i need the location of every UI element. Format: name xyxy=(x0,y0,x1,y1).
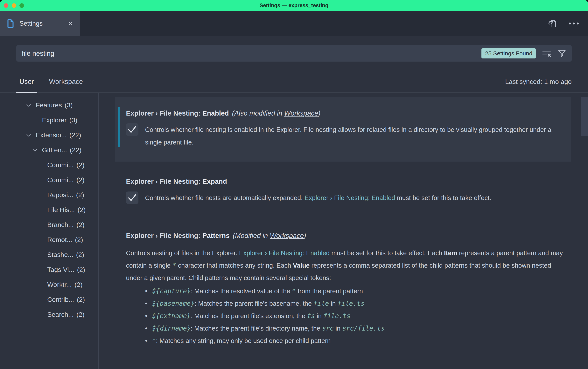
code-token: file.ts xyxy=(337,300,365,307)
code-token: file xyxy=(314,300,329,307)
toc-item-label: Extensio... xyxy=(36,131,67,139)
code-token: ${dirname} xyxy=(152,325,191,332)
tab-user[interactable]: User xyxy=(16,71,37,92)
toc-item-label: Commi... xyxy=(47,176,74,184)
toc-item-count: (2) xyxy=(76,251,84,259)
workspace-link[interactable]: Workspace xyxy=(284,109,318,117)
toc-item-count: (2) xyxy=(76,176,84,184)
close-tab-icon[interactable]: ✕ xyxy=(68,20,73,27)
text-segment: Controls whether file nesting is enabled… xyxy=(145,126,551,146)
pattern-token-bullet: ${dirname}: Matches the parent file's di… xyxy=(145,322,564,335)
toc-item-count: (2) xyxy=(76,161,84,169)
code-token: * xyxy=(172,262,176,269)
text-segment: must be set for this to take effect. Eac… xyxy=(330,249,444,257)
toc-item-count: (2) xyxy=(74,281,83,289)
search-query-text: file nesting xyxy=(16,50,482,57)
checkmark-icon xyxy=(126,191,138,204)
toc-item-label: Remot... xyxy=(47,236,72,244)
toc-item-label: Reposi... xyxy=(47,191,73,199)
workspace-link[interactable]: Workspace xyxy=(270,232,304,239)
toc-item[interactable]: Remot... (2) xyxy=(0,232,98,247)
toc-item-label: Explorer xyxy=(42,116,67,124)
toc-item-count: (2) xyxy=(77,296,85,303)
toc-item-label: Branch... xyxy=(47,221,74,229)
text-segment: : Matches the parent file's directory na… xyxy=(191,325,322,332)
traffic-lights xyxy=(4,3,24,8)
setting-checkbox[interactable] xyxy=(126,123,138,136)
setting-description: Controls whether file nests are automati… xyxy=(145,191,564,204)
more-actions-icon[interactable] xyxy=(568,22,579,25)
code-token: ts xyxy=(307,312,315,320)
filter-icon[interactable] xyxy=(558,49,566,58)
chevron-down-icon xyxy=(32,147,38,153)
toc-item[interactable]: Worktr... (2) xyxy=(0,277,98,292)
text-segment: : Matches the resolved value of the xyxy=(191,288,292,295)
toc-item-label: Stashe... xyxy=(47,251,73,259)
code-token: src/file.ts xyxy=(342,325,385,332)
toc-item-label: File His... xyxy=(47,206,75,214)
pattern-token-bullet: *: Matches any string, may only be used … xyxy=(145,335,564,347)
toc-item[interactable]: GitLen... (22) xyxy=(0,142,98,158)
settings-toc: Features (3) Explorer (3) Extensio... (2… xyxy=(0,93,99,369)
pattern-token-list: ${capture}: Matches the resolved value o… xyxy=(126,285,564,347)
checkmark-icon xyxy=(126,123,138,136)
toc-item[interactable]: Search... (2) xyxy=(0,307,98,322)
toc-item[interactable]: Branch... (2) xyxy=(0,217,98,232)
code-token: ${capture} xyxy=(152,287,191,295)
text-segment: in xyxy=(334,325,342,332)
search-row: file nesting 25 Settings Found xyxy=(0,36,588,71)
toc-item[interactable]: Extensio... (22) xyxy=(0,128,98,142)
clear-search-results-icon[interactable] xyxy=(542,50,551,57)
scrollbar-thumb[interactable] xyxy=(581,97,588,136)
open-settings-json-icon[interactable] xyxy=(547,18,558,29)
setting-link[interactable]: Explorer › File Nesting: Enabled xyxy=(239,249,330,257)
close-window-button[interactable] xyxy=(4,3,8,8)
toc-item-label: Search... xyxy=(47,311,74,318)
tab-strip: Settings ✕ xyxy=(0,11,588,36)
toc-item-count: (2) xyxy=(76,311,84,318)
settings-search-input[interactable]: file nesting 25 Settings Found xyxy=(16,45,572,61)
pattern-token-bullet: ${extname}: Matches the parent file's ex… xyxy=(145,310,564,322)
setting-link[interactable]: Explorer › File Nesting: Enabled xyxy=(304,194,395,201)
toc-item[interactable]: Commi... (2) xyxy=(0,158,98,172)
tab-label: Settings xyxy=(20,20,62,27)
tab-workspace[interactable]: Workspace xyxy=(46,71,86,92)
toc-item-count: (3) xyxy=(69,116,78,124)
toc-item[interactable]: Tags Vi... (2) xyxy=(0,262,98,277)
pattern-token-bullet: ${basename}: Matches the parent file's b… xyxy=(145,297,564,310)
toc-item[interactable]: Features (3) xyxy=(0,98,98,113)
toc-item[interactable]: Reposi... (2) xyxy=(0,187,98,202)
zoom-window-button[interactable] xyxy=(20,3,24,8)
setting-file-nesting-expand: Explorer › File Nesting: Expand Controls… xyxy=(115,177,571,204)
text-segment: : Matches the parent file's extension, t… xyxy=(191,312,307,319)
text-segment: Controls whether file nests are automati… xyxy=(145,194,304,201)
toc-item[interactable]: Stashe... (2) xyxy=(0,247,98,262)
toc-item-label: GitLen... xyxy=(42,146,67,154)
setting-title: Explorer › File Nesting: Patterns(Modifi… xyxy=(126,231,564,240)
text-segment: : Matches any string, may only be used o… xyxy=(156,337,331,344)
setting-description: Controls nesting of files in the Explore… xyxy=(126,247,566,284)
text-segment: in xyxy=(315,312,323,319)
setting-title: Explorer › File Nesting: Expand xyxy=(126,177,564,186)
results-count-badge: 25 Settings Found xyxy=(482,48,536,59)
setting-description: Controls whether file nesting is enabled… xyxy=(145,123,564,149)
toc-item-count: (2) xyxy=(76,191,84,199)
toc-item-label: Commi... xyxy=(47,161,74,169)
editor-actions xyxy=(547,11,588,36)
toc-item[interactable]: File His... (2) xyxy=(0,202,98,217)
toc-item[interactable]: Commi... (2) xyxy=(0,172,98,187)
toc-item-count: (2) xyxy=(76,221,84,229)
minimize-window-button[interactable] xyxy=(12,3,16,8)
toc-item-count: (22) xyxy=(70,146,82,154)
toc-item-label: Contrib... xyxy=(47,296,74,303)
toc-item[interactable]: Explorer (3) xyxy=(0,113,98,128)
toc-item-count: (3) xyxy=(64,101,73,109)
scope-row: User Workspace Last synced: 1 mo ago xyxy=(0,71,588,93)
tab-settings[interactable]: Settings ✕ xyxy=(0,11,80,36)
setting-file-nesting-enabled: Explorer › File Nesting: Enabled(Also mo… xyxy=(115,97,571,162)
setting-checkbox[interactable] xyxy=(126,191,138,204)
code-token: * xyxy=(292,287,296,295)
text-segment: from the parent pattern xyxy=(296,288,363,295)
settings-body: Features (3) Explorer (3) Extensio... (2… xyxy=(0,93,588,369)
toc-item[interactable]: Contrib... (2) xyxy=(0,292,98,307)
